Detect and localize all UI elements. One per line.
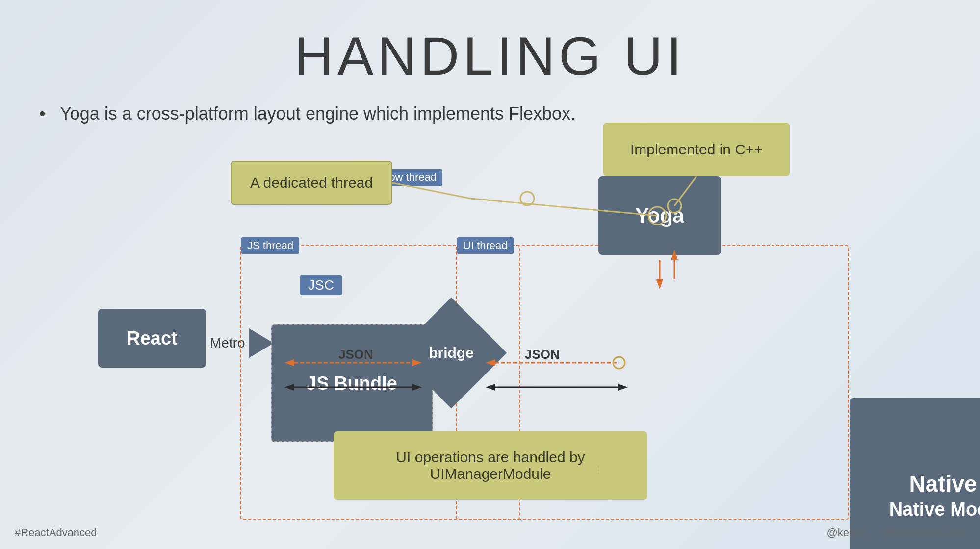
footer-handle-2: @formidableLabs <box>880 526 965 539</box>
bullet-text: Yoga is a cross-platform layout engine w… <box>60 103 575 124</box>
bullet-dot: • <box>39 103 55 124</box>
footer-handle-1: @kelset <box>826 526 866 539</box>
metro-label: Metro <box>210 335 245 351</box>
js-thread-label: JS thread <box>241 237 299 254</box>
footer-handles: @kelset @formidableLabs <box>826 526 965 539</box>
slide: HANDLING UI • Yoga is a cross-platform l… <box>0 0 980 549</box>
yoga-box: Yoga <box>598 176 721 255</box>
native-ui-label: Native UI <box>909 471 980 498</box>
svg-point-24 <box>520 192 534 205</box>
ui-ops-box: UI operations are handled byUIManagerMod… <box>334 431 647 500</box>
slide-title: HANDLING UI <box>0 0 980 87</box>
dedicated-thread-box: A dedicated thread <box>231 161 392 205</box>
cpp-box: Implemented in C++ <box>603 123 790 176</box>
native-modules-label: Native Modules <box>889 498 980 522</box>
ui-thread-label: UI thread <box>457 237 514 254</box>
jsc-label: JSC <box>300 275 342 295</box>
react-box: React <box>98 309 206 368</box>
diagram-container: React Metro JS thread JSC JS Bundle UI t… <box>98 123 932 524</box>
footer-hashtag: #ReactAdvanced <box>15 526 97 539</box>
bridge-label: bridge <box>412 314 490 392</box>
ui-ops-text: UI operations are handled byUIManagerMod… <box>396 449 585 482</box>
